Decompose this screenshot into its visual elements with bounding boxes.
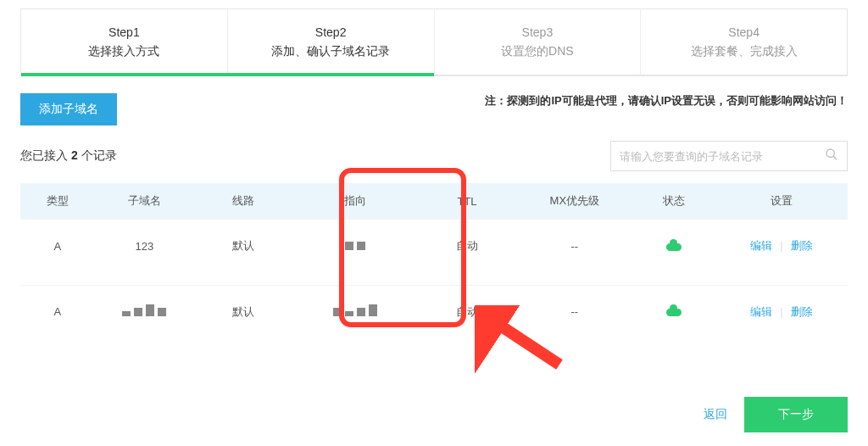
col-target: 指向 [293, 183, 417, 220]
step-label: 设置您的DNS [501, 44, 574, 59]
step-number: Step4 [728, 25, 760, 39]
cell-target [293, 285, 417, 341]
warning-text: 注：探测到的IP可能是代理，请确认IP设置无误，否则可能影响网站访问！ [485, 93, 848, 109]
delete-link[interactable]: 删除 [791, 305, 813, 318]
record-count-text: 您已接入 2 个记录 [20, 148, 117, 164]
cell-ttl: 自动 [417, 285, 516, 341]
cell-actions: 编辑 | 删除 [715, 285, 848, 341]
step-label: 添加、确认子域名记录 [271, 44, 390, 59]
col-ttl: TTL [417, 183, 516, 220]
table-row: A 123 默认 自动 -- 编辑 | 删除 [20, 220, 848, 276]
cell-mx: -- [517, 285, 633, 341]
col-mx: MX优先级 [517, 183, 633, 220]
count-value: 2 [71, 148, 78, 162]
step-2[interactable]: Step2 添加、确认子域名记录 [228, 9, 435, 75]
redacted-subdomain [122, 304, 166, 316]
search-box[interactable] [610, 141, 848, 171]
cloud-ok-icon [665, 304, 683, 316]
separator: | [780, 305, 782, 318]
cell-type: A [20, 285, 95, 341]
cloud-ok-icon [665, 239, 683, 251]
wizard-steps: Step1 选择接入方式 Step2 添加、确认子域名记录 Step3 设置您的… [20, 8, 848, 75]
cell-target [293, 220, 417, 276]
search-input[interactable] [620, 150, 825, 163]
step-4[interactable]: Step4 选择套餐、完成接入 [641, 9, 847, 75]
col-type: 类型 [20, 183, 95, 220]
separator: | [780, 239, 782, 252]
step-number: Step1 [108, 25, 140, 39]
footer-actions: 返回 下一步 [704, 397, 848, 432]
svg-point-0 [826, 149, 834, 157]
step-number: Step2 [315, 25, 347, 39]
step-number: Step3 [522, 25, 554, 39]
table-header-row: 类型 子域名 线路 指向 TTL MX优先级 状态 设置 [20, 183, 848, 220]
search-icon[interactable] [825, 148, 838, 164]
cell-actions: 编辑 | 删除 [715, 220, 848, 276]
next-button[interactable]: 下一步 [744, 397, 848, 432]
table-row: A 默认 自动 -- 编辑 | 删除 [20, 285, 848, 341]
records-table: 类型 子域名 线路 指向 TTL MX优先级 状态 设置 A 123 默认 [20, 183, 848, 343]
svg-line-1 [833, 156, 837, 159]
col-actions: 设置 [715, 183, 848, 220]
count-prefix: 您已接入 [20, 148, 71, 162]
redacted-ip [345, 242, 365, 250]
cell-subdomain [95, 285, 194, 341]
cell-line: 默认 [194, 285, 293, 341]
col-subdomain: 子域名 [95, 183, 194, 220]
edit-link[interactable]: 编辑 [750, 239, 772, 252]
step-label: 选择接入方式 [88, 44, 159, 59]
cell-line: 默认 [194, 220, 293, 276]
cell-status [632, 220, 715, 276]
cell-subdomain: 123 [95, 220, 194, 276]
cell-ttl: 自动 [417, 220, 516, 276]
add-subdomain-button[interactable]: 添加子域名 [20, 93, 117, 125]
cell-status [632, 285, 715, 341]
count-suffix: 个记录 [78, 148, 117, 162]
edit-link[interactable]: 编辑 [750, 305, 772, 318]
delete-link[interactable]: 删除 [791, 239, 813, 252]
redacted-ip [333, 304, 377, 316]
step-3[interactable]: Step3 设置您的DNS [435, 9, 642, 75]
step-label: 选择套餐、完成接入 [691, 44, 798, 59]
col-status: 状态 [632, 183, 715, 220]
cell-type: A [20, 220, 95, 276]
back-link[interactable]: 返回 [704, 407, 727, 422]
col-line: 线路 [194, 183, 293, 220]
step-1[interactable]: Step1 选择接入方式 [21, 9, 228, 75]
cell-mx: -- [517, 220, 633, 276]
